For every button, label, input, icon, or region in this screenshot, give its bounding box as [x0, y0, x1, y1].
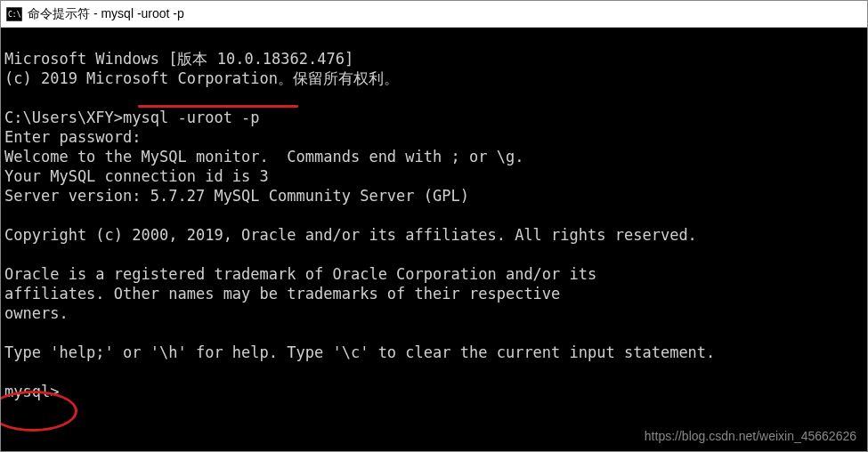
- prompt-path: C:\Users\XFY>: [4, 109, 123, 126]
- cmd-window: C:\ 命令提示符 - mysql -uroot -p Microsoft Wi…: [0, 0, 868, 452]
- terminal-line: Server version: 5.7.27 MySQL Community S…: [4, 187, 469, 205]
- terminal-line: owners.: [4, 304, 69, 322]
- terminal-line: (c) 2019 Microsoft Corporation。保留所有权利。: [4, 69, 399, 87]
- title-bar[interactable]: C:\ 命令提示符 - mysql -uroot -p: [1, 1, 867, 28]
- terminal-line: Your MySQL connection id is 3: [4, 167, 269, 185]
- terminal-line: Oracle is a registered trademark of Orac…: [4, 265, 596, 283]
- terminal-body[interactable]: Microsoft Windows [版本 10.0.18362.476] (c…: [1, 28, 867, 451]
- cmd-icon: C:\: [6, 7, 22, 21]
- annotation-underline: [138, 105, 298, 108]
- terminal-line: Copyright (c) 2000, 2019, Oracle and/or …: [4, 226, 697, 244]
- watermark-text: https://blog.csdn.net/weixin_45662626: [645, 426, 856, 446]
- terminal-line: affiliates. Other names may be trademark…: [4, 285, 560, 303]
- window-title: 命令提示符 - mysql -uroot -p: [28, 6, 184, 22]
- terminal-line: C:\Users\XFY>mysql -uroot -p: [4, 109, 260, 126]
- svg-text:C:\: C:\: [8, 11, 21, 19]
- annotation-circle: [1, 391, 77, 432]
- terminal-line: Enter password:: [4, 128, 142, 146]
- typed-command: mysql -uroot -p: [123, 109, 260, 126]
- terminal-line: Welcome to the MySQL monitor. Commands e…: [4, 148, 523, 165]
- terminal-line: Microsoft Windows [版本 10.0.18362.476]: [4, 50, 353, 68]
- terminal-line: Type 'help;' or '\h' for help. Type '\c'…: [4, 343, 715, 361]
